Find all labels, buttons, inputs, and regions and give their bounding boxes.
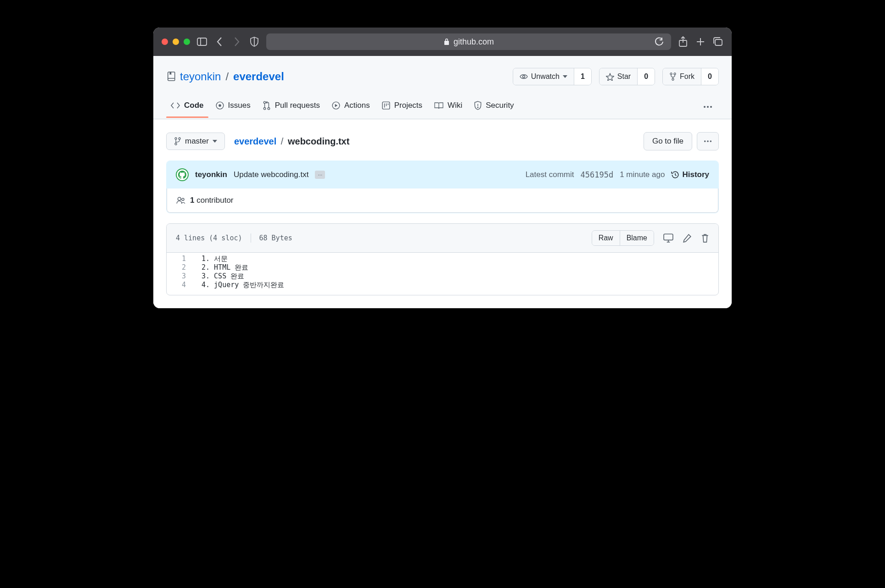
breadcrumb: everdevel / webcoding.txt (234, 136, 349, 147)
line-number[interactable]: 1 (167, 255, 195, 263)
tab-pulls[interactable]: Pull requests (258, 95, 325, 118)
commit-sha[interactable]: 456195d (580, 170, 613, 179)
svg-point-7 (522, 76, 525, 78)
history-button[interactable]: History (671, 170, 709, 179)
fork-count[interactable]: 0 (701, 68, 718, 85)
line-number[interactable]: 2 (167, 263, 195, 272)
svg-point-13 (263, 101, 265, 103)
svg-point-24 (707, 106, 709, 108)
line-number[interactable]: 3 (167, 272, 195, 281)
tabs-overview-icon[interactable] (712, 36, 723, 47)
tab-actions[interactable]: Actions (327, 95, 375, 118)
repo-icon (166, 72, 175, 82)
trash-icon[interactable] (701, 233, 709, 243)
breadcrumb-root[interactable]: everdevel (234, 136, 276, 146)
file-toolbar: master everdevel / webcoding.txt Go to f… (166, 132, 719, 150)
tab-projects[interactable]: Projects (377, 95, 427, 118)
watch-count[interactable]: 1 (574, 68, 591, 85)
zoom-window-button[interactable] (184, 39, 190, 45)
line-content: 1. 서문 (195, 255, 228, 263)
breadcrumb-file: webcoding.txt (288, 136, 349, 146)
svg-point-26 (175, 138, 177, 139)
caret-down-icon (563, 75, 567, 78)
fork-widget: Fork 0 (662, 68, 719, 85)
line-number[interactable]: 4 (167, 281, 195, 289)
traffic-lights (162, 39, 190, 45)
new-tab-icon[interactable] (695, 36, 706, 47)
svg-rect-6 (715, 39, 722, 45)
address-bar[interactable]: github.com (266, 33, 671, 50)
edit-icon[interactable] (683, 233, 692, 243)
close-window-button[interactable] (162, 39, 168, 45)
sidebar-toggle-icon[interactable] (196, 36, 207, 47)
contributors-row: 1 contributor (167, 189, 718, 213)
browser-toolbar: github.com (153, 28, 732, 56)
fork-button[interactable]: Fork (663, 68, 701, 85)
tab-security[interactable]: Security (470, 95, 518, 118)
svg-point-28 (175, 143, 177, 145)
tab-code[interactable]: Code (166, 95, 208, 118)
code-line: 22. HTML 완료 (167, 263, 718, 272)
commit-time: 1 minute ago (620, 170, 665, 179)
lock-icon (443, 38, 450, 45)
svg-point-23 (704, 106, 706, 108)
file-more-button[interactable] (697, 132, 719, 150)
svg-point-14 (263, 107, 265, 109)
author-avatar[interactable] (176, 168, 189, 181)
repo-title: teyonkin / everdevel (166, 70, 284, 83)
tab-wiki[interactable]: Wiki (430, 95, 467, 118)
minimize-window-button[interactable] (173, 39, 179, 45)
reload-icon[interactable] (655, 37, 664, 46)
svg-point-25 (710, 106, 712, 108)
commit-author[interactable]: teyonkin (195, 170, 227, 179)
back-button[interactable] (214, 36, 225, 47)
svg-point-33 (182, 198, 184, 200)
svg-point-12 (218, 104, 221, 107)
blob-view: 4 lines (4 sloc) 68 Bytes Raw Blame (166, 223, 719, 295)
shield-icon[interactable] (249, 36, 260, 47)
star-button[interactable]: Star (599, 68, 637, 85)
line-content: 2. HTML 완료 (195, 263, 248, 272)
blame-button[interactable]: Blame (620, 231, 654, 245)
tab-issues[interactable]: Issues (211, 95, 255, 118)
repo-tabs: Code Issues Pull requests Actions Projec… (166, 95, 719, 118)
browser-window: github.com teyonkin / everde (153, 28, 732, 308)
goto-file-button[interactable]: Go to file (644, 132, 692, 150)
branch-selector[interactable]: master (166, 133, 225, 150)
watch-widget: Unwatch 1 (513, 68, 592, 85)
eye-icon (520, 73, 528, 80)
desktop-icon[interactable] (663, 233, 673, 243)
repo-owner-link[interactable]: teyonkin (180, 70, 221, 83)
repo-name-link[interactable]: everdevel (233, 70, 284, 83)
commit-message[interactable]: Update webcoding.txt (234, 170, 309, 179)
raw-button[interactable]: Raw (592, 231, 620, 245)
unwatch-button[interactable]: Unwatch (513, 68, 574, 85)
latest-commit-label: Latest commit (526, 170, 574, 179)
commit-ellipsis-button[interactable]: ··· (315, 171, 325, 179)
svg-point-9 (674, 73, 676, 75)
latest-commit-row: teyonkin Update webcoding.txt ··· Latest… (167, 161, 718, 189)
repo-header: teyonkin / everdevel Unwatch 1 (153, 56, 732, 119)
svg-point-30 (707, 140, 709, 142)
commit-box: teyonkin Update webcoding.txt ··· Latest… (166, 161, 719, 213)
svg-point-22 (477, 107, 478, 108)
svg-rect-34 (664, 234, 673, 240)
svg-point-27 (179, 138, 180, 139)
tabs-overflow-button[interactable] (697, 101, 719, 113)
svg-point-29 (704, 140, 706, 142)
star-count[interactable]: 0 (637, 68, 655, 85)
svg-point-8 (670, 73, 672, 75)
svg-point-32 (178, 197, 181, 200)
svg-point-15 (268, 107, 269, 109)
line-content: 4. jQuery 중반까지완료 (195, 281, 284, 289)
star-widget: Star 0 (599, 68, 655, 85)
blob-line-stats: 4 lines (4 sloc) (176, 234, 242, 242)
svg-point-10 (672, 78, 674, 80)
fork-icon (669, 72, 677, 81)
blob-header: 4 lines (4 sloc) 68 Bytes Raw Blame (167, 224, 718, 253)
code-line: 11. 서문 (167, 255, 718, 263)
svg-rect-0 (197, 38, 207, 45)
forward-button[interactable] (231, 36, 242, 47)
blob-code: 11. 서문22. HTML 완료33. CSS 완료44. jQuery 중반… (167, 253, 718, 295)
share-icon[interactable] (678, 36, 689, 47)
